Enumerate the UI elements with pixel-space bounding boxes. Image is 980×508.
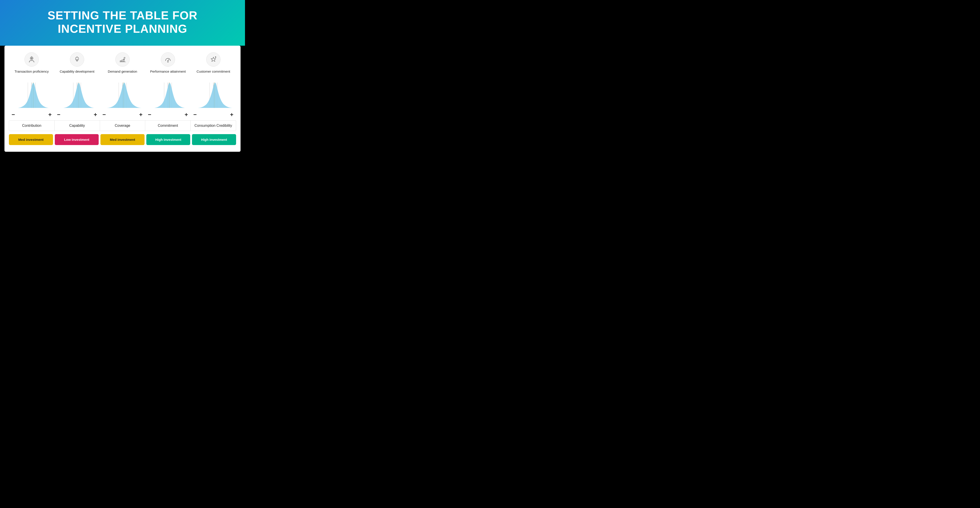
col-title-performance: Performance attainment [150, 69, 186, 78]
icon-demand [115, 53, 130, 67]
svg-text:$: $ [32, 58, 32, 59]
lightbulb-icon [73, 56, 81, 64]
badge-med-2: Med investment [100, 134, 145, 145]
plus-minus-transaction: − + [11, 111, 52, 118]
icon-performance [161, 53, 175, 67]
columns-container: $ Transaction proficiency [9, 53, 236, 120]
header: SETTING THE TABLE FOR INCENTIVE PLANNING [0, 0, 245, 46]
svg-point-31 [167, 61, 169, 62]
col-title-capability: Capability development [60, 69, 94, 78]
label-contribution: Contribution [9, 121, 54, 131]
label-consumption: Consumption Credibility [191, 121, 236, 131]
plus-sign-5: + [230, 111, 234, 118]
svg-point-27 [167, 60, 169, 61]
svg-marker-36 [211, 57, 216, 62]
transaction-icon: $ [28, 56, 36, 64]
svg-point-20 [124, 57, 125, 58]
label-capability: Capability [54, 121, 100, 131]
col-customer: Customer commitment − + [191, 53, 236, 120]
badge-high-2: High investment [192, 134, 236, 145]
badge-high-1: High investment [146, 134, 191, 145]
icon-transaction: $ [24, 53, 39, 67]
minus-sign-3: − [102, 111, 106, 118]
label-coverage: Coverage [100, 121, 145, 131]
badge-low: Low investment [55, 134, 99, 145]
plus-minus-customer: − + [192, 111, 234, 118]
plus-minus-capability: − + [56, 111, 98, 118]
labels-row: Contribution Capability Coverage Commitm… [9, 120, 236, 131]
bell-chart-capability [56, 81, 98, 110]
minus-sign: − [11, 111, 15, 118]
chart-person-icon [118, 56, 127, 64]
plus-minus-demand: − + [102, 111, 143, 118]
icon-customer [206, 53, 221, 67]
plus-sign-2: + [94, 111, 97, 118]
bell-chart-transaction [11, 81, 52, 110]
speedometer-icon [164, 56, 172, 64]
bell-chart-performance [147, 81, 189, 110]
col-performance: Performance attainment − + [145, 53, 191, 120]
star-plus-icon [209, 56, 217, 64]
plus-sign-3: + [139, 111, 143, 118]
icon-capability [70, 53, 84, 67]
plus-minus-performance: − + [147, 111, 189, 118]
col-demand: Demand generation − + [100, 53, 145, 120]
bell-chart-demand [102, 81, 143, 110]
bell-chart-customer [192, 81, 234, 110]
col-title-transaction: Transaction proficiency [14, 69, 49, 78]
col-title-customer: Customer commitment [197, 69, 230, 78]
page-wrapper: SETTING THE TABLE FOR INCENTIVE PLANNING… [0, 0, 245, 152]
plus-sign-4: + [185, 111, 188, 118]
col-capability: Capability development − + [54, 53, 100, 120]
label-commitment: Commitment [145, 121, 191, 131]
minus-sign-2: − [57, 111, 60, 118]
col-transaction: $ Transaction proficiency [9, 53, 54, 120]
plus-sign: + [48, 111, 52, 118]
svg-rect-17 [120, 61, 121, 62]
page-title: SETTING THE TABLE FOR INCENTIVE PLANNING [5, 9, 240, 36]
badge-med-1: Med investment [9, 134, 53, 145]
main-content: $ Transaction proficiency [5, 46, 240, 152]
svg-rect-18 [122, 60, 123, 61]
minus-sign-4: − [148, 111, 151, 118]
badges-row: Med investment Low investment Med invest… [9, 134, 236, 147]
minus-sign-5: − [193, 111, 197, 118]
col-title-demand: Demand generation [108, 69, 137, 78]
